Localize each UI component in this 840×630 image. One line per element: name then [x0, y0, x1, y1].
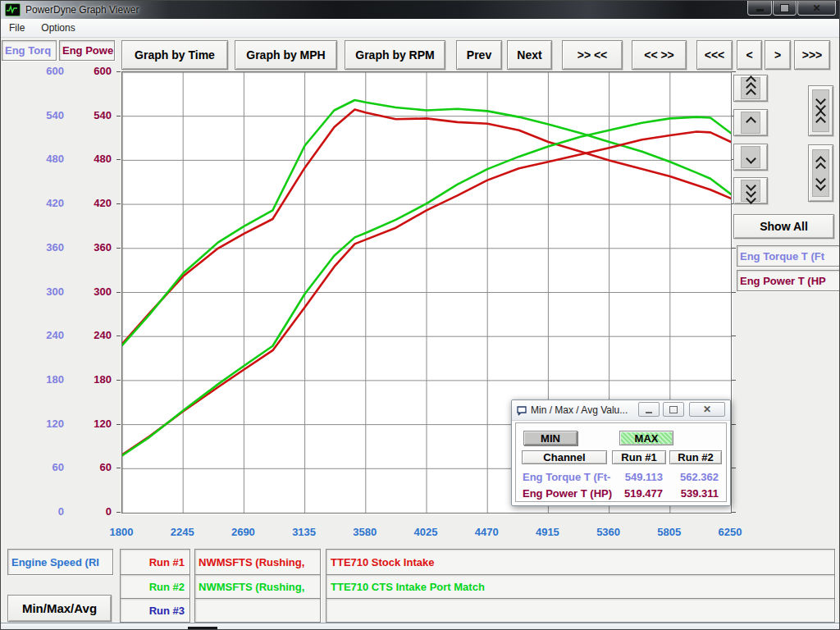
dialog-body: MIN MAX Channel Run #1 Run #2 Eng Torque…	[515, 422, 727, 502]
y-tick-mark	[116, 203, 121, 204]
powerdyne-window: PowerDyne Graph Viewer ✕ File Options En…	[0, 0, 840, 630]
y-tick-mark	[116, 512, 121, 513]
menu-options[interactable]: Options	[33, 21, 83, 35]
y-tick-label-torque: 180	[23, 373, 64, 386]
run-label-box: Run #1	[120, 549, 190, 575]
power-row-label: Eng Power T (HP)	[523, 487, 612, 500]
y-tick-mark	[116, 71, 121, 72]
run-label-box: Run #3	[120, 598, 190, 623]
next-button[interactable]: Next	[507, 40, 552, 70]
scroll-right-button[interactable]: >	[765, 40, 791, 70]
menu-file[interactable]: File	[1, 21, 33, 35]
y-tick-mark	[116, 159, 121, 160]
run2-column-header[interactable]: Run #2	[669, 450, 722, 464]
y-tick-mark	[732, 336, 736, 336]
power-channel-box[interactable]: Eng Power T (HP	[737, 270, 840, 291]
power-run1-max: 519.477	[612, 487, 663, 500]
x-tick-label: 4025	[401, 526, 450, 539]
x-tick-label: 5805	[645, 526, 694, 539]
run-comment-box: TTE710 CTS Intake Port Match	[326, 574, 835, 599]
dialog-close-button[interactable]: ✕	[689, 402, 725, 417]
dialog-title: Min / Max / Avg Valu...	[531, 404, 628, 416]
scroll-far-right-button[interactable]: >>>	[794, 40, 830, 70]
torque-channel-box[interactable]: Eng Torque T (Ft	[737, 245, 840, 267]
y-range-expand-button[interactable]	[808, 144, 833, 202]
run1-column-header[interactable]: Run #1	[612, 450, 666, 464]
y-tick-label-power: 0	[71, 505, 112, 518]
y-tick-label-torque: 120	[23, 418, 64, 430]
y-tick-label-power: 480	[71, 153, 112, 165]
graph-by-time-button[interactable]: Graph by Time	[121, 40, 228, 70]
y-tick-label-power: 240	[71, 329, 112, 341]
y-tick-mark	[732, 468, 736, 468]
y-tick-label-torque: 0	[23, 505, 64, 518]
dialog-close-icon: ✕	[703, 404, 711, 415]
x-axis-channel-box[interactable]: Engine Speed (RI	[7, 549, 113, 575]
dialog-minimize-icon	[646, 412, 652, 413]
y-range-collapse-button[interactable]	[808, 85, 833, 136]
graph-by-mph-button[interactable]: Graph by MPH	[235, 40, 337, 70]
min-max-avg-dialog: Min / Max / Avg Valu... ✕ MIN MAX Channe…	[511, 399, 731, 506]
y-tick-label-power: 180	[71, 373, 112, 386]
run-file-box: NWMSFTS (Rushing,	[194, 574, 321, 599]
dialog-minimize-button[interactable]	[638, 402, 660, 417]
y-tick-mark	[732, 71, 736, 72]
close-button[interactable]: ✕	[797, 1, 836, 16]
y-tick-mark	[732, 424, 736, 425]
power-run2-max: 539.311	[669, 487, 719, 500]
run-label-box: Run #2	[120, 574, 190, 599]
y-tick-label-torque: 360	[23, 241, 64, 253]
y-tick-label-power: 600	[71, 65, 112, 77]
y-tick-label-torque: 420	[23, 197, 64, 209]
zoom-in-x-button[interactable]: >> <<	[562, 40, 623, 70]
run-comment-box: TTE710 Stock Intake	[326, 549, 835, 575]
y-tick-label-torque: 300	[23, 285, 64, 298]
x-tick-label: 4470	[462, 526, 511, 539]
y-scale-down-button[interactable]	[733, 144, 768, 171]
chevrons-converge-icon	[812, 89, 829, 132]
y-scale-up-fast-button[interactable]	[733, 75, 768, 102]
y-tick-label-torque: 600	[23, 65, 64, 77]
maximize-button[interactable]	[773, 1, 797, 16]
y-scale-down-fast-button[interactable]	[733, 177, 768, 204]
scroll-left-button[interactable]: <	[737, 40, 762, 70]
scroll-far-left-button[interactable]: <<<	[696, 40, 733, 70]
y-tick-mark	[732, 512, 736, 513]
close-icon: ✕	[812, 3, 820, 13]
y-tick-label-torque: 540	[23, 109, 64, 121]
y-tick-mark	[116, 424, 121, 425]
torque-run2-max: 562.362	[669, 471, 719, 483]
zoom-out-x-button[interactable]: << >>	[632, 40, 687, 70]
title-bar[interactable]: PowerDyne Graph Viewer ✕	[1, 1, 840, 19]
x-tick-label: 2245	[158, 526, 207, 539]
tab-eng-torque[interactable]: Eng Torq	[2, 40, 57, 61]
y-tick-label-power: 120	[71, 418, 112, 430]
graph-by-rpm-button[interactable]: Graph by RPM	[345, 40, 445, 70]
y-tick-label-power: 60	[71, 461, 112, 473]
run-comment-box	[326, 598, 835, 623]
maximize-icon	[780, 4, 789, 12]
x-tick-label: 1800	[97, 526, 146, 539]
x-tick-label: 6250	[705, 526, 755, 539]
tab-eng-power[interactable]: Eng Powe	[59, 40, 115, 61]
show-all-button[interactable]: Show All	[733, 214, 834, 239]
x-tick-label: 5360	[584, 526, 633, 539]
y-scale-up-button[interactable]	[733, 109, 768, 136]
y-tick-mark	[732, 248, 736, 249]
min-max-avg-button[interactable]: Min/Max/Avg	[7, 595, 112, 622]
minimize-button[interactable]	[747, 1, 772, 16]
channel-column-header[interactable]: Channel	[522, 450, 607, 464]
chevrons-diverge-icon	[812, 149, 829, 197]
dialog-title-bar[interactable]: Min / Max / Avg Valu... ✕	[512, 400, 730, 421]
y-tick-mark	[116, 116, 121, 116]
dialog-maximize-button[interactable]	[663, 402, 684, 417]
y-tick-label-power: 420	[71, 197, 112, 209]
y-tick-mark	[116, 468, 121, 468]
min-toggle-button[interactable]: MIN	[523, 431, 578, 445]
y-tick-mark	[732, 380, 736, 381]
prev-button[interactable]: Prev	[456, 40, 502, 70]
app-icon	[5, 3, 21, 16]
max-toggle-button[interactable]: MAX	[619, 431, 673, 445]
torque-run1-max: 549.113	[612, 471, 663, 483]
triple-chevron-down-icon	[741, 180, 760, 202]
